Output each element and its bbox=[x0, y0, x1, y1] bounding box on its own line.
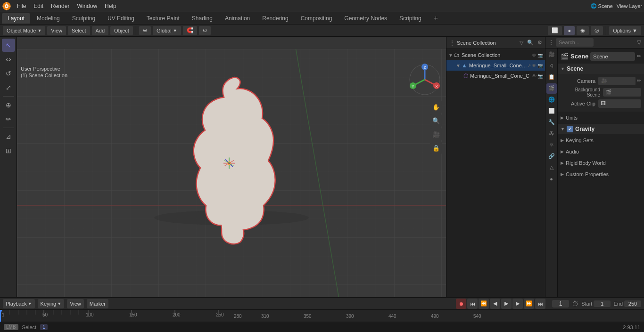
end-value[interactable]: 250 bbox=[624, 300, 641, 307]
prop-icon-particles[interactable]: ⁂ bbox=[546, 129, 557, 139]
tab-uv-editing[interactable]: UV Editing bbox=[102, 13, 140, 24]
render-visibility-icon-2[interactable]: 📷 bbox=[537, 63, 543, 68]
viewport[interactable]: User Perspective (1) Scene Collection Z … bbox=[17, 37, 446, 297]
viewport-shading-solid[interactable]: ● bbox=[564, 26, 575, 35]
visibility-icon-2[interactable]: 👁 bbox=[532, 63, 537, 68]
tab-scripting[interactable]: Scripting bbox=[394, 13, 427, 24]
outliner-settings-icon[interactable]: ⚙ bbox=[537, 40, 542, 46]
tool-rotate[interactable]: ↺ bbox=[2, 67, 15, 80]
tab-shading[interactable]: Shading bbox=[186, 13, 218, 24]
tab-texture-paint[interactable]: Texture Paint bbox=[141, 13, 185, 24]
outliner-meringue-cone-caram[interactable]: ▼ ▲ Meringue_Small_Cone_Caram ↗ 👁 📷 bbox=[446, 60, 545, 71]
snap-toggle[interactable]: 🧲 bbox=[183, 26, 197, 35]
viewport-shading-wire[interactable]: ⬜ bbox=[548, 26, 562, 35]
add-menu[interactable]: Add bbox=[92, 26, 109, 35]
restrict-select-icon[interactable]: ↗ bbox=[527, 63, 531, 68]
prop-icon-world[interactable]: 🌐 bbox=[546, 95, 557, 105]
custom-props-header[interactable]: ▶ Custom Properties bbox=[558, 169, 644, 179]
mode-selector[interactable]: Object Mode ▼ bbox=[3, 26, 45, 35]
view-btn-tl[interactable]: View bbox=[67, 299, 84, 308]
timeline-ruler[interactable]: 1 50 100 150 200 250 bbox=[0, 310, 644, 322]
global-transform[interactable]: Global ▼ bbox=[153, 26, 181, 35]
camera-btn[interactable]: 🎥 bbox=[430, 128, 442, 140]
outliner-meringue-cone-c[interactable]: ⬡ Meringue_Small_Cone_C 👁 📷 bbox=[446, 71, 545, 81]
scene-selector[interactable]: 🌐 Scene bbox=[591, 3, 613, 9]
prop-icon-view-layer[interactable]: 📋 bbox=[546, 72, 557, 82]
transform-pivot[interactable]: ⊕ bbox=[139, 26, 151, 35]
tab-add[interactable]: + bbox=[428, 13, 444, 24]
menu-file[interactable]: File bbox=[13, 2, 30, 10]
tool-cursor[interactable]: ↖ bbox=[2, 39, 15, 52]
viewport-shading-rendered[interactable]: ◎ bbox=[591, 26, 603, 35]
tab-sculpting[interactable]: Sculpting bbox=[66, 13, 101, 24]
tab-modeling[interactable]: Modeling bbox=[31, 13, 66, 24]
zoom-btn[interactable]: 🔍 bbox=[430, 114, 442, 127]
lock-btn[interactable]: 🔒 bbox=[430, 142, 442, 154]
prop-icon-data[interactable]: △ bbox=[546, 162, 557, 173]
viewport-shading-material[interactable]: ◉ bbox=[577, 26, 589, 35]
prop-icon-scene[interactable]: 🎬 bbox=[546, 83, 557, 94]
tool-annotate[interactable]: ✏ bbox=[2, 113, 15, 126]
next-keyframe-btn[interactable]: ⏩ bbox=[524, 299, 534, 309]
start-value[interactable]: 1 bbox=[594, 300, 611, 307]
jump-end-btn[interactable]: ⏭ bbox=[535, 299, 545, 309]
options-menu[interactable]: Options ▼ bbox=[609, 26, 641, 35]
jump-start-btn[interactable]: ⏮ bbox=[467, 299, 478, 309]
marker-btn[interactable]: Marker bbox=[87, 299, 108, 308]
tab-animation[interactable]: Animation bbox=[219, 13, 256, 24]
prop-icon-output[interactable]: 🖨 bbox=[546, 61, 557, 71]
record-btn[interactable]: ⏺ bbox=[456, 299, 466, 309]
active-clip-value[interactable]: 🎞 bbox=[598, 99, 641, 108]
next-frame-btn[interactable]: ▶ bbox=[512, 299, 523, 309]
background-scene-value[interactable]: 🎬 bbox=[603, 88, 641, 97]
keying-btn[interactable]: Keying ▼ bbox=[38, 299, 65, 308]
current-frame-field[interactable]: 1 bbox=[552, 300, 569, 308]
menu-window[interactable]: Window bbox=[73, 2, 101, 10]
camera-edit-icon[interactable]: ✏ bbox=[637, 78, 641, 84]
edit-icon[interactable]: ✏ bbox=[637, 53, 641, 59]
tool-measure[interactable]: ⊿ bbox=[2, 130, 15, 143]
prop-icon-modifier[interactable]: 🔧 bbox=[546, 117, 557, 128]
props-filter-icon[interactable]: ▽ bbox=[637, 39, 641, 46]
outliner-search-icon[interactable]: 🔍 bbox=[527, 40, 534, 46]
menu-render[interactable]: Render bbox=[47, 2, 73, 10]
scene-section-header[interactable]: ▼ Scene bbox=[558, 64, 644, 74]
prop-icon-render[interactable]: 🎥 bbox=[546, 49, 557, 60]
object-menu[interactable]: Object bbox=[110, 26, 133, 35]
tool-move[interactable]: ⇔ bbox=[2, 53, 15, 66]
playback-btn[interactable]: Playback ▼ bbox=[3, 299, 35, 308]
prop-icon-object[interactable]: ⬜ bbox=[546, 106, 557, 116]
play-btn[interactable]: ▶ bbox=[501, 299, 512, 309]
gravity-checkbox[interactable]: ✓ bbox=[567, 126, 573, 132]
view-layer-selector[interactable]: View Layer bbox=[617, 3, 642, 9]
keying-sets-header[interactable]: ▶ Keying Sets bbox=[558, 135, 644, 146]
prop-icon-constraints[interactable]: 🔗 bbox=[546, 151, 557, 162]
view-menu[interactable]: View bbox=[47, 26, 66, 35]
tab-geometry-nodes[interactable]: Geometry Nodes bbox=[339, 13, 393, 24]
tool-add[interactable]: ⊞ bbox=[2, 144, 15, 157]
audio-header[interactable]: ▶ Audio bbox=[558, 146, 644, 157]
tab-rendering[interactable]: Rendering bbox=[256, 13, 294, 24]
prop-icon-physics[interactable]: ⚛ bbox=[546, 140, 557, 150]
camera-value[interactable]: 🎥 bbox=[598, 77, 636, 85]
prev-keyframe-btn[interactable]: ⏪ bbox=[479, 299, 489, 309]
navigation-gizmo[interactable]: Z X Y bbox=[408, 63, 441, 96]
prop-icon-material[interactable]: ● bbox=[546, 174, 557, 184]
menu-help[interactable]: Help bbox=[101, 2, 120, 10]
tool-transform[interactable]: ⊕ bbox=[2, 98, 15, 112]
units-header[interactable]: ▶ Units bbox=[558, 113, 644, 123]
outliner-filter-icon[interactable]: ▽ bbox=[520, 40, 523, 46]
prev-frame-btn[interactable]: ◀ bbox=[490, 299, 500, 309]
rigid-body-header[interactable]: ▶ Rigid Body World bbox=[558, 158, 644, 168]
proportional-edit[interactable]: ⊙ bbox=[199, 26, 211, 35]
visibility-icon[interactable]: 👁 bbox=[532, 53, 537, 58]
props-search[interactable] bbox=[556, 38, 594, 47]
tab-compositing[interactable]: Compositing bbox=[295, 13, 338, 24]
render-visibility-icon[interactable]: 📷 bbox=[537, 53, 543, 58]
render-visibility-icon-3[interactable]: 📷 bbox=[537, 73, 543, 79]
outliner-scene-collection[interactable]: ▼ 🗂 Scene Collection 👁 📷 bbox=[446, 50, 545, 60]
hand-tool-btn[interactable]: ✋ bbox=[430, 101, 442, 113]
tool-scale[interactable]: ⤢ bbox=[2, 81, 15, 94]
menu-edit[interactable]: Edit bbox=[30, 2, 47, 10]
visibility-icon-3[interactable]: 👁 bbox=[532, 73, 537, 79]
